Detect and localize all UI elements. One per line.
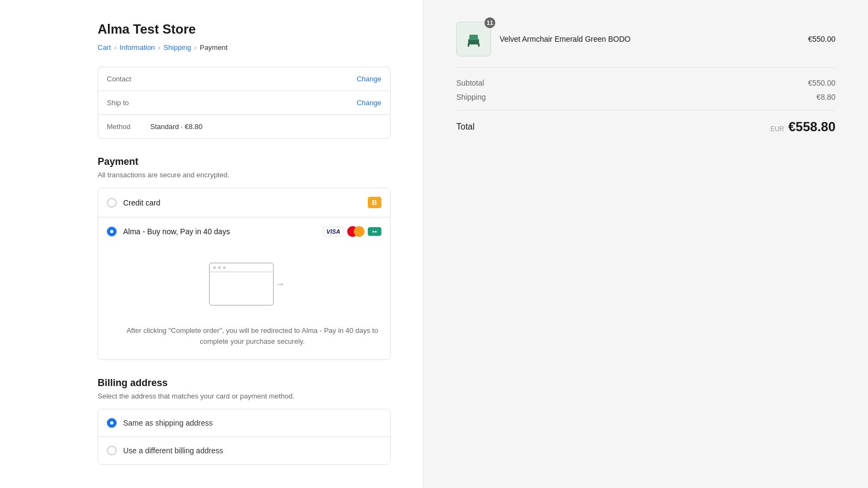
billing-option-same[interactable]: Same as shipping address bbox=[98, 409, 390, 437]
redirect-illustration: → bbox=[209, 262, 296, 306]
breadcrumb-sep-1: › bbox=[114, 44, 117, 52]
payment-option-alma[interactable]: Alma - Buy now, Pay in 40 days VISA •• bbox=[98, 217, 390, 359]
breadcrumb-cart[interactable]: Cart bbox=[98, 43, 111, 52]
contact-label: Contact bbox=[107, 75, 150, 83]
product-image bbox=[456, 22, 491, 56]
billing-title: Billing address bbox=[98, 377, 391, 389]
billing-option-different[interactable]: Use a different billing address bbox=[98, 437, 390, 464]
shipping-row: Shipping €8.80 bbox=[456, 93, 835, 101]
billing-options: Same as shipping address Use a different… bbox=[98, 409, 391, 465]
shipping-value: €8.80 bbox=[816, 93, 835, 101]
shipto-row: Ship to Change bbox=[98, 91, 390, 115]
total-row: Total EUR €558.80 bbox=[456, 110, 835, 134]
billing-section: Billing address Select the address that … bbox=[98, 377, 391, 465]
total-currency: EUR bbox=[770, 125, 784, 133]
breadcrumb-sep-3: › bbox=[194, 44, 196, 52]
total-label: Total bbox=[456, 122, 475, 132]
redirect-arrow: → bbox=[275, 279, 285, 290]
info-card: Contact Change Ship to Change Method Sta… bbox=[98, 67, 391, 139]
svg-rect-1 bbox=[469, 35, 478, 40]
breadcrumb: Cart › Information › Shipping › Payment bbox=[98, 43, 391, 52]
breadcrumb-sep-2: › bbox=[158, 44, 161, 52]
product-price: €550.00 bbox=[808, 35, 835, 43]
shipto-change-link[interactable]: Change bbox=[356, 99, 381, 107]
payment-option-credit-card[interactable]: Credit card B bbox=[98, 188, 390, 217]
contact-change-link[interactable]: Change bbox=[356, 75, 381, 83]
different-address-label: Use a different billing address bbox=[123, 446, 223, 455]
billing-subtitle: Select the address that matches your car… bbox=[98, 392, 391, 400]
store-title: Alma Test Store bbox=[98, 22, 391, 37]
method-value: Standard · €8.80 bbox=[150, 123, 381, 131]
alma-icon: •• bbox=[368, 227, 381, 236]
breadcrumb-shipping[interactable]: Shipping bbox=[164, 43, 192, 52]
total-amount-wrap: EUR €558.80 bbox=[770, 119, 835, 134]
shipping-label: Shipping bbox=[456, 93, 486, 101]
browser-mockup bbox=[209, 262, 274, 306]
subtotal-value: €550.00 bbox=[808, 79, 835, 87]
bogus-icon: B bbox=[368, 197, 381, 208]
method-row: Method Standard · €8.80 bbox=[98, 115, 390, 138]
radio-alma[interactable] bbox=[107, 227, 117, 236]
product-row: 11 Velvet Armchair Emerald Green BODO €5… bbox=[456, 22, 835, 68]
payment-section: Payment All transactions are secure and … bbox=[98, 156, 391, 360]
same-address-label: Same as shipping address bbox=[123, 419, 213, 427]
method-label: Method bbox=[107, 123, 150, 131]
chair-icon bbox=[464, 29, 483, 49]
svg-rect-2 bbox=[468, 43, 469, 47]
credit-card-label: Credit card bbox=[123, 198, 368, 207]
product-name: Velvet Armchair Emerald Green BODO bbox=[500, 35, 799, 43]
redirect-text: After clicking "Complete order", you wil… bbox=[123, 325, 381, 346]
alma-label: Alma - Buy now, Pay in 40 days bbox=[123, 227, 323, 236]
shipto-label: Ship to bbox=[107, 99, 150, 107]
subtotal-row: Subtotal €550.00 bbox=[456, 79, 835, 87]
breadcrumb-payment: Payment bbox=[200, 43, 227, 52]
visa-icon: VISA bbox=[323, 227, 344, 236]
credit-card-icons: B bbox=[368, 197, 381, 208]
payment-subtitle: All transactions are secure and encrypte… bbox=[98, 171, 391, 179]
alma-payment-icons: VISA •• bbox=[323, 226, 381, 237]
breadcrumb-information[interactable]: Information bbox=[120, 43, 155, 52]
alma-option-header: Alma - Buy now, Pay in 40 days VISA •• bbox=[107, 226, 381, 237]
product-badge: 11 bbox=[484, 17, 495, 28]
product-image-wrap: 11 bbox=[456, 22, 491, 56]
payment-title: Payment bbox=[98, 156, 391, 168]
alma-expanded-content: → After clicking "Complete order", you w… bbox=[107, 237, 381, 351]
radio-different-address[interactable] bbox=[107, 446, 117, 455]
radio-same-address[interactable] bbox=[107, 418, 117, 428]
radio-credit-card[interactable] bbox=[107, 198, 117, 208]
svg-rect-3 bbox=[478, 43, 480, 47]
contact-row: Contact Change bbox=[98, 67, 390, 91]
order-summary-panel: 11 Velvet Armchair Emerald Green BODO €5… bbox=[423, 0, 868, 488]
total-amount: €558.80 bbox=[788, 119, 835, 134]
payment-options: Credit card B Alma - Buy now, Pay in 40 … bbox=[98, 188, 391, 360]
mastercard-icon bbox=[347, 226, 365, 237]
subtotal-label: Subtotal bbox=[456, 79, 484, 87]
